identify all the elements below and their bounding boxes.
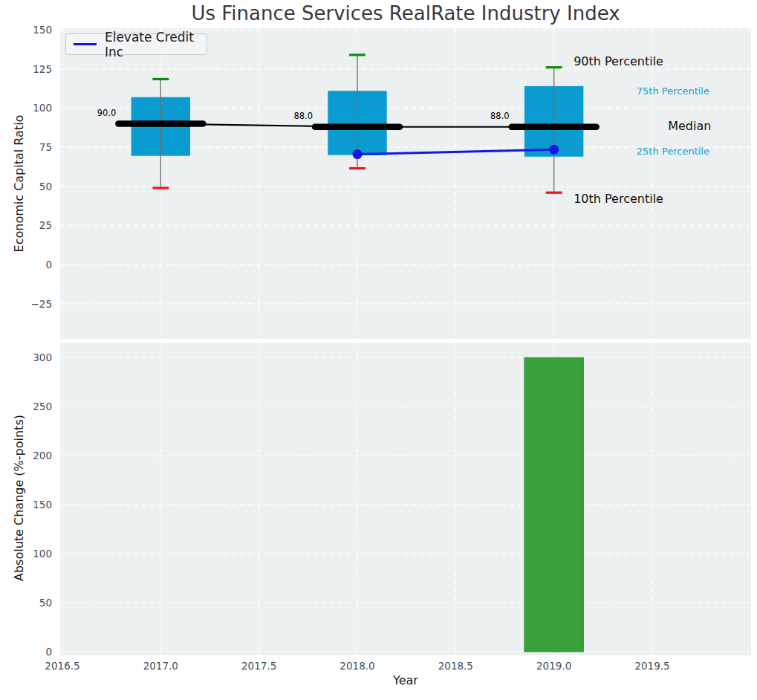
change-bar-2019 <box>524 357 583 652</box>
legend-label: Elevate Credit Inc <box>105 30 207 59</box>
y-tick-label: 200 <box>33 450 52 461</box>
y-tick-label: 0 <box>45 646 52 658</box>
x-tick-label: 2018.5 <box>438 660 473 672</box>
x-tick-label: 2016.5 <box>45 660 79 672</box>
plot-area-1 <box>60 343 751 655</box>
y-tick-label: 150 <box>33 499 52 511</box>
percentile-annotation: 25th Percentile <box>637 146 709 157</box>
y-tick-label: 25 <box>39 219 52 231</box>
y-tick-label: 75 <box>39 141 52 153</box>
x-tick-label: 2017.5 <box>241 660 276 672</box>
y-tick-label: 150 <box>33 24 52 36</box>
plot-area-0 <box>60 28 751 339</box>
chart-title: Us Finance Services RealRate Industry In… <box>60 2 751 25</box>
legend: Elevate Credit Inc <box>65 33 207 55</box>
percentile-annotation: 90th Percentile <box>574 54 663 68</box>
y-tick-label: 50 <box>39 181 52 192</box>
legend-line-sample <box>74 43 97 45</box>
company-line-marker <box>549 145 559 155</box>
percentile-annotation: 10th Percentile <box>574 192 663 206</box>
chart-canvas: 1501251007550250−2590.088.088.090th Perc… <box>0 0 757 700</box>
y-tick-label: 50 <box>39 597 52 609</box>
company-line-marker <box>352 149 362 159</box>
median-value-label: 88.0 <box>490 111 510 121</box>
figure: Us Finance Services RealRate Industry In… <box>0 0 757 700</box>
median-value-label: 90.0 <box>97 108 117 118</box>
y-axis-label-bottom: Absolute Change (%-points) <box>12 415 26 581</box>
percentile-annotation: 75th Percentile <box>637 85 709 97</box>
y-tick-label: 100 <box>33 548 52 560</box>
y-tick-label: 300 <box>33 351 52 363</box>
y-tick-label: 125 <box>33 63 52 75</box>
y-tick-label: 0 <box>45 259 52 270</box>
percentile-annotation: Median <box>668 119 711 133</box>
y-tick-label: 100 <box>33 102 52 114</box>
x-axis-label: Year <box>60 673 751 687</box>
x-tick-label: 2019.5 <box>634 660 669 672</box>
y-tick-label: 250 <box>33 401 52 412</box>
median-value-label: 88.0 <box>293 111 313 121</box>
x-tick-label: 2019.0 <box>536 660 571 672</box>
x-tick-label: 2018.0 <box>339 660 374 672</box>
x-tick-label: 2017.0 <box>143 660 178 672</box>
y-tick-label: −25 <box>31 298 53 310</box>
y-axis-label-top: Economic Capital Ratio <box>12 115 26 253</box>
